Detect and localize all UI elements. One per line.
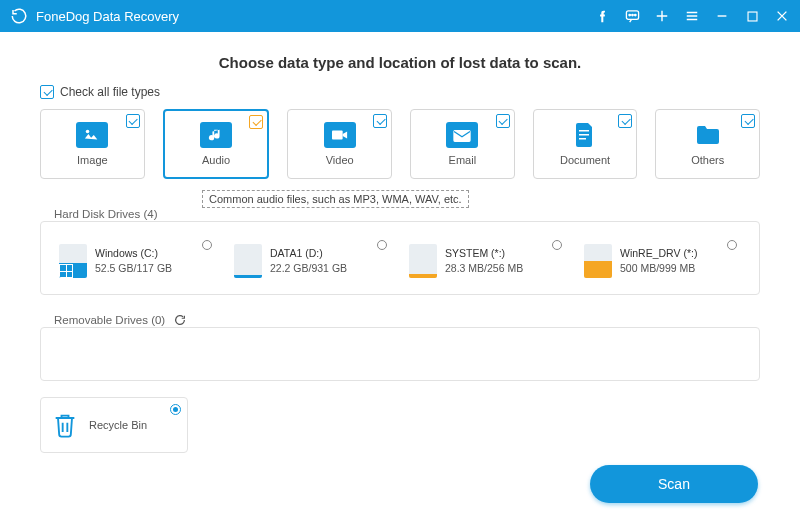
type-email-checkbox[interactable] [496, 114, 510, 128]
type-image-checkbox[interactable] [126, 114, 140, 128]
drive-radio[interactable] [552, 240, 562, 250]
drive-name: SYSTEM (*:) [445, 246, 523, 261]
drive-name: DATA1 (D:) [270, 246, 347, 261]
document-icon [569, 122, 601, 148]
check-all-label: Check all file types [60, 85, 160, 99]
type-others-checkbox[interactable] [741, 114, 755, 128]
svg-rect-10 [579, 138, 586, 140]
titlebar: FoneDog Data Recovery [0, 0, 800, 32]
drive-size: 22.2 GB/931 GB [270, 261, 347, 276]
drive-item[interactable]: Windows (C:)52.5 GB/117 GB [55, 240, 220, 282]
svg-rect-6 [332, 131, 343, 140]
type-video-label: Video [326, 154, 354, 166]
drive-name: WinRE_DRV (*:) [620, 246, 697, 261]
refresh-icon[interactable] [173, 313, 187, 327]
svg-rect-9 [579, 134, 589, 136]
drive-radio[interactable] [377, 240, 387, 250]
type-document-label: Document [560, 154, 610, 166]
drive-info: Windows (C:)52.5 GB/117 GB [95, 246, 172, 275]
svg-rect-4 [748, 12, 757, 21]
drive-usage-bar [584, 244, 612, 278]
audio-icon [200, 122, 232, 148]
recycle-label: Recycle Bin [89, 419, 147, 431]
facebook-icon[interactable] [594, 8, 610, 24]
drive-info: SYSTEM (*:)28.3 MB/256 MB [445, 246, 523, 275]
recycle-bin-card[interactable]: Recycle Bin [40, 397, 188, 453]
drive-usage-bar [59, 244, 87, 278]
type-others-label: Others [691, 154, 724, 166]
feedback-icon[interactable] [624, 8, 640, 24]
drive-info: DATA1 (D:)22.2 GB/931 GB [270, 246, 347, 275]
drive-item[interactable]: DATA1 (D:)22.2 GB/931 GB [230, 240, 395, 282]
type-image-label: Image [77, 154, 108, 166]
drive-usage-bar [234, 244, 262, 278]
type-email-label: Email [449, 154, 477, 166]
app-title: FoneDog Data Recovery [36, 9, 594, 24]
svg-point-2 [631, 14, 633, 16]
menu-icon[interactable] [684, 8, 700, 24]
file-type-grid: Image Audio Video Email [40, 109, 760, 179]
titlebar-controls [594, 8, 790, 24]
drive-usage-bar [409, 244, 437, 278]
removable-drives-panel [40, 327, 760, 381]
app-logo-icon [10, 7, 28, 25]
type-card-image[interactable]: Image [40, 109, 145, 179]
drive-size: 28.3 MB/256 MB [445, 261, 523, 276]
type-card-email[interactable]: Email [410, 109, 515, 179]
type-card-document[interactable]: Document [533, 109, 638, 179]
audio-tooltip: Common audio files, such as MP3, WMA, WA… [202, 190, 469, 208]
image-icon [76, 122, 108, 148]
scan-button[interactable]: Scan [590, 465, 758, 503]
type-audio-checkbox[interactable] [249, 115, 263, 129]
drive-size: 52.5 GB/117 GB [95, 261, 172, 276]
folder-icon [692, 122, 724, 148]
recycle-radio[interactable] [170, 404, 181, 415]
scan-row: Scan [40, 465, 760, 503]
hard-drives-label: Hard Disk Drives (4) [46, 208, 166, 220]
hard-drives-panel: Windows (C:)52.5 GB/117 GBDATA1 (D:)22.2… [40, 221, 760, 295]
video-icon [324, 122, 356, 148]
drive-radio[interactable] [202, 240, 212, 250]
close-icon[interactable] [774, 8, 790, 24]
maximize-icon[interactable] [744, 8, 760, 24]
svg-rect-8 [579, 130, 589, 132]
svg-point-5 [86, 130, 90, 134]
svg-point-3 [634, 14, 636, 16]
type-card-others[interactable]: Others [655, 109, 760, 179]
type-card-video[interactable]: Video [287, 109, 392, 179]
drive-radio[interactable] [727, 240, 737, 250]
drive-info: WinRE_DRV (*:)500 MB/999 MB [620, 246, 697, 275]
drive-list: Windows (C:)52.5 GB/117 GBDATA1 (D:)22.2… [55, 240, 745, 282]
main-content: Choose data type and location of lost da… [0, 32, 800, 513]
check-all-row[interactable]: Check all file types [40, 85, 760, 99]
type-card-audio[interactable]: Audio [163, 109, 270, 179]
drive-name: Windows (C:) [95, 246, 172, 261]
minimize-icon[interactable] [714, 8, 730, 24]
page-heading: Choose data type and location of lost da… [40, 54, 760, 71]
type-video-checkbox[interactable] [373, 114, 387, 128]
removable-label-text: Removable Drives (0) [54, 314, 165, 326]
drive-size: 500 MB/999 MB [620, 261, 697, 276]
svg-point-1 [628, 14, 630, 16]
recycle-row: Recycle Bin [40, 397, 760, 453]
drive-item[interactable]: WinRE_DRV (*:)500 MB/999 MB [580, 240, 745, 282]
type-audio-label: Audio [202, 154, 230, 166]
windows-icon [59, 264, 73, 278]
type-document-checkbox[interactable] [618, 114, 632, 128]
trash-icon [51, 411, 79, 439]
add-icon[interactable] [654, 8, 670, 24]
email-icon [446, 122, 478, 148]
check-all-checkbox[interactable] [40, 85, 54, 99]
removable-drives-label: Removable Drives (0) [46, 313, 195, 327]
drive-item[interactable]: SYSTEM (*:)28.3 MB/256 MB [405, 240, 570, 282]
svg-rect-7 [454, 131, 470, 142]
